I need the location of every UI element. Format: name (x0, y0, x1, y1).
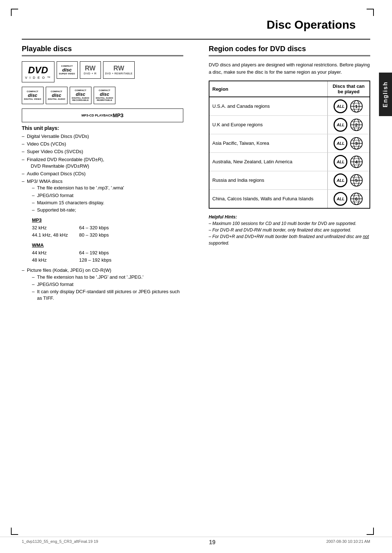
footer-left: 1_dvp1120_55_eng_5_CR3_aftFinal.19 19 (22, 539, 98, 546)
sub-list-item: JPEG/ISO format (27, 281, 183, 288)
bitrate-row-3: 44 kHz 64 – 192 kbps (32, 249, 183, 257)
compact-digital-video-icon: COMPACT disc DIGITAL VIDEO (22, 87, 44, 104)
wma-label: WMA (32, 242, 183, 249)
page-container: English Disc Operations Playable discs D… (0, 0, 392, 553)
dvd-plus-r-icon: RW DVD + R (80, 61, 101, 79)
region-discs: ALL 4 (327, 153, 370, 171)
region-discs: ALL 6 (327, 190, 370, 209)
col-header-discs: Discs that canbe played (327, 81, 370, 97)
disc-icons-cell: ALL 5 (331, 173, 367, 187)
mp3-sub-list: The file extension has to be '.mp3', '.w… (27, 185, 183, 213)
corner-mark-tr (367, 9, 374, 16)
bitrate-row-1: 32 kHz 64 – 320 kbps (32, 224, 183, 232)
table-header-row: Region Discs that canbe played (209, 81, 370, 97)
picture-sub-list: The file extension has to be '.JPG' and … (27, 274, 183, 302)
sub-list-item: Supported bit-rate; (27, 207, 183, 213)
unit-plays-title: This unit plays: (22, 125, 183, 131)
list-item: Video CDs (VCDs) (22, 141, 183, 147)
freq-1: 32 kHz (32, 224, 79, 232)
english-sidebar: English (379, 73, 392, 116)
svg-text:4: 4 (355, 160, 358, 165)
sub-list-item: The file extension has to be '.mp3', '.w… (27, 185, 183, 191)
region-discs: ALL 1 (327, 97, 370, 116)
freq-4: 48 kHz (32, 257, 79, 264)
mp3-label: MP3 (32, 217, 183, 224)
globe-number: 3 (350, 136, 363, 150)
disc-icons-cell: ALL 3 (331, 136, 367, 150)
all-badge: ALL (334, 192, 347, 206)
all-badge: ALL (334, 136, 347, 150)
globe-number: 2 (350, 118, 363, 132)
list-item: Digital Versatile Discs (DVDs) (22, 133, 183, 140)
two-col-layout: Playable discs DVD V I D E O ™ COMPACT d… (22, 40, 370, 303)
unit-plays-list: Digital Versatile Discs (DVDs) Video CDs… (22, 133, 183, 302)
list-item-picture: Picture files (Kodak, JPEG) on CD-R(W) T… (22, 267, 183, 302)
disc-icons-cell: ALL 1 (331, 99, 367, 113)
list-item: Finalized DVD Recordable (DVD±R), DVD Re… (22, 156, 183, 169)
table-row: China, Calcos Islands, Walls and Futuna … (209, 190, 370, 209)
disc-icons-area: DVD V I D E O ™ COMPACT disc SUPER VIDEO… (22, 61, 183, 82)
svg-text:3: 3 (355, 141, 358, 146)
all-badge: ALL (334, 99, 347, 113)
region-discs: ALL 2 (327, 116, 370, 134)
list-item-mp3-wma: MP3/ WMA discs The file extension has to… (22, 178, 183, 263)
freq-3: 44 kHz (32, 249, 79, 257)
bitrate-row-2: 44.1 kHz, 48 kHz 80 – 320 kbps (32, 232, 183, 239)
region-discs: ALL 3 (327, 134, 370, 153)
region-discs: ALL 5 (327, 171, 370, 190)
region-name: Russia and India regions (209, 171, 327, 190)
all-badge: ALL (334, 118, 347, 132)
list-item: Super Video CDs (SVCDs) (22, 148, 183, 155)
svg-text:6: 6 (355, 197, 358, 202)
hint-3: – For DVD+R and DVD+RW multi border both… (209, 233, 370, 246)
helpful-hints: Helpful Hints: – Maximum 100 sessions fo… (209, 214, 370, 246)
kbps-4: 128 – 192 kbps (79, 257, 183, 264)
region-name: Asia Pacific, Taiwan, Korea (209, 134, 327, 153)
hint-2: – For DVD-R and DVD-RW multi border, onl… (209, 227, 370, 233)
bitrate-section-mp3: MP3 32 kHz 64 – 320 kbps 44.1 kHz, 48 kH… (32, 217, 183, 238)
region-name: U.S.A. and Canada regions (209, 97, 327, 116)
english-label: English (382, 81, 389, 107)
svg-text:2: 2 (355, 123, 358, 128)
region-intro: DVD discs and players are designed with … (209, 61, 370, 75)
hint-1: – Maximum 100 sessions for CD and 10 mul… (209, 220, 370, 227)
kbps-2: 80 – 320 kbps (79, 232, 183, 239)
compact-digital-audio-recordable-icon: COMPACT disc DIGITAL AUDIO Recordable (70, 87, 91, 104)
table-row: U.K and Europe regionsALL 2 (209, 116, 370, 134)
not-text: not (363, 234, 369, 239)
kbps-3: 64 – 192 kbps (79, 249, 183, 257)
table-row: Asia Pacific, Taiwan, KoreaALL 3 (209, 134, 370, 153)
right-column: Region codes for DVD discs DVD discs and… (205, 40, 370, 303)
region-name: Australia, New Zealand, Latin America (209, 153, 327, 171)
disc-icons-cell: ALL 6 (331, 192, 367, 206)
globe-number: 6 (350, 192, 363, 206)
playable-discs-title: Playable discs (22, 45, 183, 56)
page-title: Disc Operations (22, 15, 370, 32)
dvd-video-icon: DVD V I D E O ™ (22, 61, 54, 82)
hints-title: Helpful Hints: (209, 214, 237, 220)
sub-list-item: Maximum 15 characters display. (27, 200, 183, 206)
region-codes-title: Region codes for DVD discs (209, 45, 370, 56)
col-header-region: Region (209, 81, 327, 97)
disc-icons-cell: ALL 4 (331, 155, 367, 169)
bitrate-section-wma: WMA 44 kHz 64 – 192 kbps 48 kHz 128 – 19… (32, 242, 183, 263)
corner-mark-bl (11, 528, 18, 535)
disc-icons-row2: COMPACT disc DIGITAL VIDEO COMPACT disc … (22, 87, 183, 104)
compact-digital-audio-icon: COMPACT disc DIGItAL Audio (46, 87, 68, 104)
globe-number: 5 (350, 173, 363, 187)
region-name: China, Calcos Islands, Walls and Futuna … (209, 190, 327, 209)
left-column: Playable discs DVD V I D E O ™ COMPACT d… (22, 40, 191, 303)
region-table: Region Discs that canbe played U.S.A. an… (209, 81, 370, 209)
page-number: 19 (209, 539, 216, 546)
region-name: U.K and Europe regions (209, 116, 327, 134)
kbps-1: 64 – 320 kbps (79, 224, 183, 232)
all-badge: ALL (334, 173, 347, 187)
bitrate-row-4: 48 kHz 128 – 192 kbps (32, 257, 183, 264)
disc-icons-cell: ALL 2 (331, 118, 367, 132)
globe-number: 4 (350, 155, 363, 169)
sub-list-item: The file extension has to be '.JPG' and … (27, 274, 183, 280)
footer-right: 2007-08-30 10:10:21 AM (326, 539, 370, 546)
table-row: U.S.A. and Canada regionsALL 1 (209, 97, 370, 116)
table-row: Russia and India regionsALL 5 (209, 171, 370, 190)
page-footer: 1_dvp1120_55_eng_5_CR3_aftFinal.19 19 19… (0, 537, 392, 546)
